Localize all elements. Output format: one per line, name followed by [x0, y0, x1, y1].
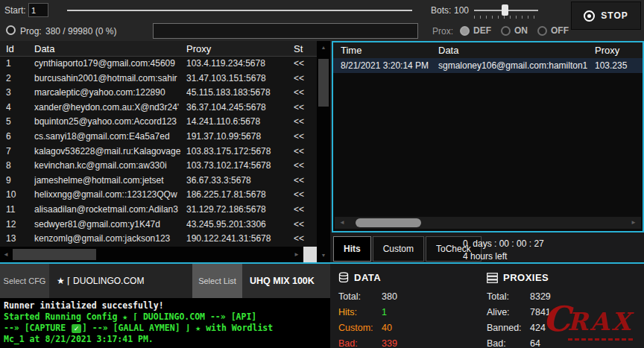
- table-row[interactable]: 9jameshelme@hotmail.com:jetset36.67.33.3…: [0, 174, 317, 189]
- row-proxy: 36.37.104.245:5678: [186, 101, 291, 116]
- table-row[interactable]: 8kevinchan.kc@gmail.com:aw330i103.73.102…: [0, 159, 317, 174]
- table-row[interactable]: 1cynthiaporto179@gmail.com:45609103.4.11…: [0, 57, 317, 72]
- prox-option-label: DEF: [473, 25, 491, 36]
- scroll-left-icon[interactable]: ◄: [339, 217, 345, 229]
- table-row[interactable]: 4xander@heydon.com.au:X@nd3r24'36.37.104…: [0, 101, 317, 116]
- column-header-hit-proxy[interactable]: Proxy: [595, 42, 619, 58]
- scroll-down-icon[interactable]: ▼: [317, 250, 330, 261]
- capture-check-icon: ✓: [72, 324, 81, 333]
- table-row[interactable]: 2burcusahin2001@hotmail.com:sahir31.47.1…: [0, 72, 317, 86]
- column-header-hit-data[interactable]: Data: [438, 42, 458, 58]
- runner-window: Start: Bots: 100 STOP Prog: 380 / 99980 …: [0, 0, 644, 348]
- stat-value: 339: [382, 338, 397, 348]
- start-input[interactable]: [28, 3, 48, 17]
- row-id: 8: [6, 159, 31, 174]
- data-grid-horizontal-scrollbar[interactable]: ◄ ►: [0, 247, 303, 262]
- stat-row: Custom:40: [338, 320, 480, 335]
- row-proxy: 14.241.110.6:5678: [186, 115, 291, 130]
- data-table-body: 1cynthiaporto179@gmail.com:45609103.4.11…: [0, 57, 317, 247]
- config-bar: Select CFG ★ ⌈ DUOLINGO.COM Select List …: [0, 264, 330, 298]
- stat-label: Custom:: [338, 323, 382, 333]
- row-data: cynthiaporto179@gmail.com:45609: [34, 57, 184, 72]
- progress-radio[interactable]: [6, 25, 16, 35]
- log-console[interactable]: Runner initialized succesfully!Started R…: [0, 298, 330, 348]
- crax-logo-emblem: C: [543, 299, 570, 339]
- crax-logo-tagline: [568, 338, 634, 341]
- bots-slider[interactable]: [474, 4, 538, 19]
- tab-custom[interactable]: Custom: [373, 236, 424, 262]
- scroll-right-icon[interactable]: ►: [294, 247, 300, 262]
- prox-option-off[interactable]: OFF: [537, 25, 569, 36]
- column-header-time[interactable]: Time: [341, 42, 362, 58]
- selected-wordlist-label: UHQ MIX 100K: [242, 264, 330, 298]
- data-stats-rows: Total:380Hits:1Custom:40Bad:339: [338, 288, 480, 348]
- prox-option-on[interactable]: ON: [501, 25, 528, 36]
- row-proxy: 103.83.175.172:5678: [186, 145, 291, 159]
- row-id: 4: [6, 101, 31, 116]
- stop-icon: [584, 10, 595, 22]
- stat-value: 1: [382, 307, 387, 317]
- scroll-left-icon[interactable]: ◄: [3, 247, 9, 262]
- log-text-segment: Started Running Config ★ ⌈ DUOLINGO.COM …: [4, 311, 256, 322]
- row-status: <<: [294, 188, 316, 203]
- stat-value: 40: [382, 323, 392, 333]
- row-id: 12: [6, 218, 31, 232]
- row-proxy: 191.37.10.99:5678: [186, 130, 291, 145]
- table-row[interactable]: 13kenzomlg@gmail.com:jackson123190.122.2…: [0, 232, 317, 247]
- data-grid-vertical-scrollbar[interactable]: ▲ ▼: [317, 41, 330, 262]
- stat-label: Bad:: [338, 338, 382, 348]
- tab-hits[interactable]: Hits: [333, 236, 371, 262]
- column-header-data[interactable]: Data: [34, 41, 54, 57]
- row-id: 5: [6, 115, 31, 130]
- bots-slider-thumb[interactable]: [502, 4, 508, 16]
- row-data: alisaadilan@rocketmail.com:Adilan3: [34, 203, 184, 218]
- row-status: <<: [294, 145, 316, 159]
- row-id: 11: [6, 203, 31, 218]
- table-row[interactable]: 3marcaleptic@yahoo.com:12289045.115.183.…: [0, 86, 317, 101]
- log-text-segment: Runner initialized succesfully!: [4, 300, 164, 311]
- table-row[interactable]: 11alisaadilan@rocketmail.com:Adilan331.1…: [0, 203, 317, 218]
- row-proxy: 45.115.183.183:5678: [186, 86, 291, 101]
- log-text-segment: --» [CAPTURE: [4, 323, 71, 333]
- select-list-button[interactable]: Select List: [192, 264, 242, 298]
- hit-row[interactable]: 8/21/2021 3:20:14 PMsgmaloney106@gmail.c…: [333, 58, 643, 73]
- select-config-button[interactable]: Select CFG: [0, 264, 49, 298]
- bots-slider-ticks: [474, 16, 538, 19]
- horizontal-scroll-thumb[interactable]: [13, 249, 96, 260]
- stat-row: Bad:339: [338, 335, 480, 348]
- stop-button[interactable]: STOP: [571, 1, 641, 30]
- table-row[interactable]: 5bquinton25@yahoo.com:Accord12314.241.11…: [0, 115, 317, 130]
- stat-value: 64: [530, 338, 540, 348]
- row-proxy: 186.225.17.81:5678: [186, 188, 291, 203]
- row-data: cs.sanyi18@gmail.com:E4a5a7ed: [34, 130, 184, 145]
- table-row[interactable]: 7kalagov536228@mail.ru:Kalagovage103.83.…: [0, 145, 317, 159]
- row-data: xander@heydon.com.au:X@nd3r24': [34, 101, 184, 116]
- row-id: 7: [6, 145, 31, 159]
- time-left-label: 4 hours left: [463, 251, 507, 262]
- topbar-textbox[interactable]: [153, 23, 418, 39]
- stat-label: Total:: [338, 291, 382, 302]
- row-data: jameshelme@hotmail.com:jetset: [34, 174, 184, 189]
- column-header-id[interactable]: Id: [6, 41, 14, 57]
- hit-data: sgmaloney106@gmail.com:hamilton1: [438, 58, 592, 73]
- row-status: <<: [294, 101, 316, 116]
- column-header-status[interactable]: St: [294, 41, 316, 57]
- radio-icon: [537, 26, 547, 36]
- table-row[interactable]: 12sedwyer81@gmail.com:y1K47d43.245.95.20…: [0, 218, 317, 232]
- hit-time: 8/21/2021 3:20:14 PM: [341, 58, 436, 73]
- row-status: <<: [294, 218, 316, 232]
- table-row[interactable]: 10helixxngg@gmail.com::123123QQw186.225.…: [0, 188, 317, 203]
- scroll-up-icon[interactable]: ▲: [317, 42, 330, 53]
- row-data: burcusahin2001@hotmail.com:sahir: [34, 72, 184, 86]
- log-line: Started Running Config ★ ⌈ DUOLINGO.COM …: [4, 311, 326, 323]
- column-header-proxy[interactable]: Proxy: [186, 41, 211, 57]
- prox-option-def[interactable]: DEF: [460, 25, 491, 36]
- hits-table-body: 8/21/2021 3:20:14 PMsgmaloney106@gmail.c…: [333, 58, 643, 215]
- hits-horizontal-scrollbar[interactable]: ◄ ►: [335, 217, 641, 229]
- table-row[interactable]: 6cs.sanyi18@gmail.com:E4a5a7ed191.37.10.…: [0, 130, 317, 145]
- vertical-scroll-thumb[interactable]: [318, 59, 329, 107]
- data-grid-header: Id Data Proxy St: [0, 41, 330, 57]
- hits-scroll-thumb[interactable]: [356, 218, 421, 227]
- scroll-right-icon[interactable]: ►: [631, 217, 637, 229]
- prox-options: DEFONOFF: [460, 23, 569, 38]
